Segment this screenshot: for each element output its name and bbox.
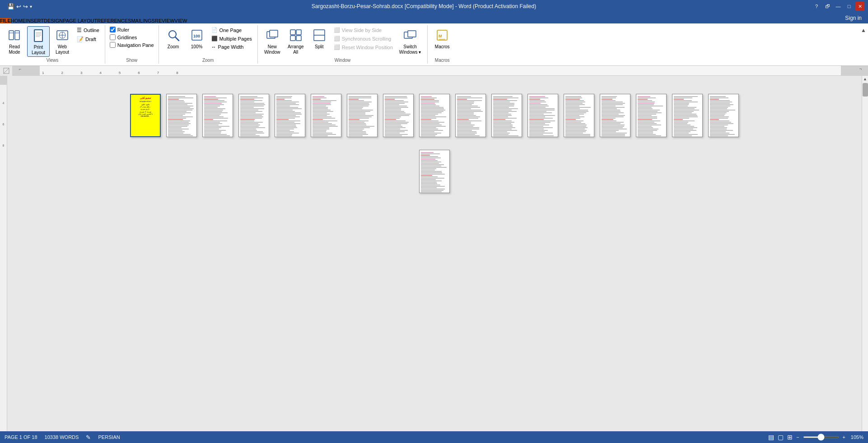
pages-row-1: تحقيق آنلاين tahqiqhonline.i جامع دانلود… bbox=[130, 94, 739, 137]
scrollbar-up-arrow[interactable]: ▲ bbox=[862, 76, 868, 82]
page-17-content bbox=[709, 94, 738, 137]
svg-rect-4 bbox=[34, 30, 42, 42]
collapse-ribbon-button[interactable]: ▲ bbox=[861, 27, 866, 33]
tab-references[interactable]: REFERENCES bbox=[97, 18, 131, 23]
vertical-scrollbar[interactable]: ▲ ▼ bbox=[862, 76, 868, 443]
edit-mode-icon[interactable]: ✎ bbox=[86, 434, 91, 441]
zoom-group-items: Zoom 100 100% 📄 One Page ⬛ Multiple Page… bbox=[163, 26, 254, 57]
page-thumb-7[interactable] bbox=[347, 94, 378, 137]
nav-pane-checkbox-item[interactable]: Navigation Pane bbox=[109, 42, 155, 48]
tab-review[interactable]: REVIEW bbox=[155, 18, 174, 23]
nav-pane-checkbox[interactable] bbox=[110, 42, 116, 48]
scroll-area: 2 4 6 8 تحقيق آنلاين tahqiqhonline.i جام… bbox=[0, 76, 868, 443]
show-group: Ruler Gridlines Navigation Pane Show bbox=[105, 25, 159, 64]
synchronous-scrolling-button[interactable]: ⬜ Synchronous Scrolling bbox=[332, 35, 395, 42]
page-thumb-15[interactable] bbox=[636, 94, 667, 137]
language-indicator[interactable]: PERSIAN bbox=[98, 434, 120, 440]
page-thumb-5[interactable] bbox=[275, 94, 305, 137]
page-width-button[interactable]: ↔ Page Width bbox=[210, 43, 254, 51]
page-7-content bbox=[347, 94, 377, 137]
ruler-mark-4: 4 bbox=[99, 71, 101, 75]
page-thumb-13[interactable] bbox=[564, 94, 594, 137]
new-window-icon bbox=[264, 27, 280, 43]
zoom-in-icon[interactable]: + bbox=[843, 434, 845, 440]
page-thumb-18[interactable] bbox=[419, 150, 450, 193]
sign-in-link[interactable]: Sign in bbox=[839, 13, 868, 23]
restore-button[interactable]: 🗗 bbox=[823, 2, 832, 11]
multiple-pages-button[interactable]: ⬛ Multiple Pages bbox=[210, 35, 254, 42]
multiple-pages-icon: ⬛ bbox=[211, 36, 218, 42]
print-layout-label: PrintLayout bbox=[32, 45, 45, 55]
tab-mailings[interactable]: MAILINGS bbox=[131, 18, 155, 23]
page-thumb-16[interactable] bbox=[672, 94, 703, 137]
window-group-label: Window bbox=[335, 57, 351, 63]
show-options-col: Ruler Gridlines Navigation Pane bbox=[109, 26, 155, 48]
scrollbar-thumb[interactable] bbox=[863, 83, 868, 97]
minimize-button[interactable]: — bbox=[834, 2, 843, 11]
save-icon[interactable]: 💾 bbox=[7, 3, 14, 10]
page-thumb-2[interactable] bbox=[166, 94, 197, 137]
redo-icon[interactable]: ↪ bbox=[23, 3, 28, 10]
zoom-out-icon[interactable]: − bbox=[796, 434, 799, 440]
ruler-mark-2: 2 bbox=[61, 71, 63, 75]
page-thumb-17[interactable] bbox=[708, 94, 739, 137]
page-thumb-4[interactable] bbox=[238, 94, 269, 137]
maximize-button[interactable]: □ bbox=[845, 2, 854, 11]
page-thumb-6[interactable] bbox=[311, 94, 341, 137]
draft-button[interactable]: 📝 Draft bbox=[75, 35, 101, 43]
gridlines-checkbox-item[interactable]: Gridlines bbox=[109, 34, 155, 41]
page-8-content bbox=[383, 94, 413, 137]
ruler-mark-8: 8 bbox=[176, 71, 178, 75]
switch-windows-button[interactable]: SwitchWindows ▾ bbox=[397, 26, 424, 56]
page-thumb-8[interactable] bbox=[383, 94, 414, 137]
page-thumb-14[interactable] bbox=[600, 94, 630, 137]
print-layout-button[interactable]: PrintLayout bbox=[27, 26, 50, 57]
page-thumb-10[interactable] bbox=[455, 94, 486, 137]
view-side-by-side-button[interactable]: ⬜ View Side by Side bbox=[332, 26, 395, 34]
print-layout-icon bbox=[30, 28, 47, 44]
zoom-100-button[interactable]: 100 100% bbox=[186, 26, 208, 50]
ruler-area: 1 2 3 4 5 6 7 8 ⌐ ¬ bbox=[0, 66, 868, 76]
arrange-all-button[interactable]: ArrangeAll bbox=[285, 26, 307, 56]
close-button[interactable]: ✕ bbox=[855, 2, 864, 11]
layout-normal-icon[interactable]: ▤ bbox=[768, 434, 774, 441]
page-4-content bbox=[239, 94, 269, 137]
web-layout-button[interactable]: WebLayout bbox=[51, 26, 73, 56]
qat-dropdown-icon[interactable]: ▾ bbox=[30, 4, 32, 9]
ruler-corner[interactable] bbox=[0, 66, 13, 76]
page-thumb-12[interactable] bbox=[527, 94, 558, 137]
one-page-button[interactable]: 📄 One Page bbox=[210, 26, 254, 34]
first-page-body: جامع دانلودمایل بودن گ...ارزي بورزي...بو… bbox=[138, 103, 153, 117]
tab-file[interactable]: FILE bbox=[0, 18, 11, 23]
layout-web-icon[interactable]: ⊞ bbox=[787, 434, 793, 441]
split-button[interactable]: Split bbox=[308, 26, 330, 50]
ruler-v-8: 8 bbox=[3, 144, 5, 147]
page-thumb-11[interactable] bbox=[491, 94, 522, 137]
tab-insert[interactable]: INSERT bbox=[26, 18, 44, 23]
zoom-percent[interactable]: 105% bbox=[849, 434, 863, 440]
ruler-checkbox-item[interactable]: Ruler bbox=[109, 26, 155, 33]
macros-button[interactable]: M Macros bbox=[431, 26, 453, 50]
page-thumb-3[interactable] bbox=[202, 94, 233, 137]
page-thumb-9[interactable] bbox=[419, 94, 450, 137]
undo-icon[interactable]: ↩ bbox=[16, 3, 21, 10]
read-mode-button[interactable]: ReadMode bbox=[4, 26, 25, 56]
tab-design[interactable]: DESIGN bbox=[44, 18, 63, 23]
zoom-button[interactable]: Zoom bbox=[163, 26, 184, 50]
tab-home[interactable]: HOME bbox=[11, 18, 26, 23]
outline-button[interactable]: ☰ Outline bbox=[75, 26, 101, 34]
zoom-slider[interactable] bbox=[803, 436, 839, 438]
new-window-button[interactable]: NewWindow bbox=[261, 26, 283, 56]
reset-window-position-button[interactable]: ⬜ Reset Window Position bbox=[332, 43, 395, 51]
macros-group-label: Macros bbox=[435, 57, 450, 63]
help-button[interactable]: ? bbox=[812, 2, 821, 11]
gridlines-checkbox[interactable] bbox=[110, 34, 116, 40]
split-label: Split bbox=[315, 44, 323, 49]
read-mode-icon bbox=[6, 27, 23, 43]
layout-print-icon[interactable]: ▢ bbox=[778, 434, 784, 441]
svg-rect-19 bbox=[290, 30, 295, 35]
tab-page-layout[interactable]: PAGE LAYOUT bbox=[63, 18, 97, 23]
tab-view[interactable]: VIEW bbox=[174, 18, 187, 23]
ruler-checkbox[interactable] bbox=[110, 27, 116, 32]
page-thumb-1[interactable]: تحقيق آنلاين tahqiqhonline.i جامع دانلود… bbox=[130, 94, 161, 137]
